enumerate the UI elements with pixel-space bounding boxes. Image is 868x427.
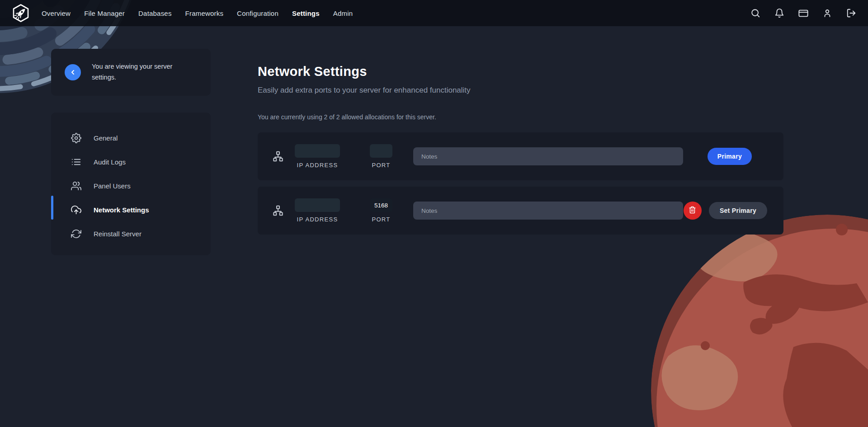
nav-item-admin[interactable]: Admin <box>333 9 353 17</box>
allocations-info: You are currently using 2 of 2 allowed a… <box>258 113 436 121</box>
set-primary-button[interactable]: Set Primary <box>709 202 767 219</box>
port-label: PORT <box>372 216 390 223</box>
main-nav: Overview File Manager Databases Framewor… <box>42 9 353 17</box>
nav-item-settings[interactable]: Settings <box>292 9 320 17</box>
decorative-planet-mars <box>642 212 868 427</box>
nav-item-configuration[interactable]: Configuration <box>237 9 278 17</box>
sidebar-item-general[interactable]: General <box>51 126 211 150</box>
search-icon[interactable] <box>750 8 760 18</box>
trash-icon <box>689 206 696 215</box>
port-label: PORT <box>372 162 390 169</box>
row-actions: Primary <box>708 148 752 165</box>
allocation-rows: IP ADDRESS PORT Primary <box>258 132 783 241</box>
account-icon[interactable] <box>822 8 832 18</box>
sidebar-item-panel-users[interactable]: Panel Users <box>51 174 211 198</box>
server-settings-notice-card: You are viewing your server settings. <box>51 49 211 96</box>
page-subtitle: Easily add extra ports to your server fo… <box>258 86 471 95</box>
nav-item-databases[interactable]: Databases <box>138 9 172 17</box>
ip-address-value <box>295 144 340 158</box>
bell-icon[interactable] <box>774 8 784 18</box>
network-hub-icon <box>272 150 284 162</box>
sidebar-item-network-settings[interactable]: Network Settings <box>51 198 211 222</box>
users-icon <box>71 181 81 191</box>
list-icon <box>71 157 81 167</box>
sidebar-item-label: Panel Users <box>94 182 131 190</box>
allocation-row-primary: IP ADDRESS PORT Primary <box>258 132 783 180</box>
allocation-row-secondary: IP ADDRESS 5168 PORT Set Prima <box>258 187 783 235</box>
billing-card-icon[interactable] <box>798 8 808 18</box>
port-value <box>370 144 392 158</box>
ip-address-value <box>295 198 340 212</box>
active-item-indicator <box>51 196 53 220</box>
primary-badge-button[interactable]: Primary <box>708 148 752 165</box>
top-navigation-bar: Overview File Manager Databases Framewor… <box>0 0 868 26</box>
chevron-left-icon[interactable] <box>65 64 81 80</box>
nav-item-file-manager[interactable]: File Manager <box>84 9 125 17</box>
gear-icon <box>71 133 81 143</box>
nav-item-frameworks[interactable]: Frameworks <box>185 9 224 17</box>
port-value: 5168 <box>370 198 392 212</box>
topbar-icon-group <box>750 8 856 18</box>
ip-address-label: IP ADDRESS <box>297 162 338 169</box>
sidebar-item-label: Reinstall Server <box>94 230 142 238</box>
notes-input[interactable] <box>413 202 683 220</box>
delete-allocation-button[interactable] <box>684 202 702 220</box>
sidebar-item-reinstall-server[interactable]: Reinstall Server <box>51 222 211 246</box>
logout-icon[interactable] <box>846 8 856 18</box>
ip-address-label: IP ADDRESS <box>297 216 338 223</box>
sidebar-item-label: General <box>94 134 118 142</box>
network-hub-icon <box>272 205 284 216</box>
notice-text: You are viewing your server settings. <box>92 61 197 83</box>
nav-item-overview[interactable]: Overview <box>42 9 71 17</box>
page-title: Network Settings <box>258 64 367 79</box>
sidebar-item-label: Audit Logs <box>94 158 126 166</box>
cloud-upload-icon <box>71 205 81 215</box>
settings-sidebar-menu: General Audit Logs Panel Users Network S… <box>51 113 211 255</box>
rocket-hexagon-logo[interactable] <box>12 4 30 23</box>
row-actions: Set Primary <box>684 202 767 220</box>
refresh-icon <box>71 229 81 239</box>
sidebar-item-audit-logs[interactable]: Audit Logs <box>51 150 211 174</box>
notes-input[interactable] <box>413 147 683 165</box>
sidebar-item-label: Network Settings <box>94 206 149 214</box>
